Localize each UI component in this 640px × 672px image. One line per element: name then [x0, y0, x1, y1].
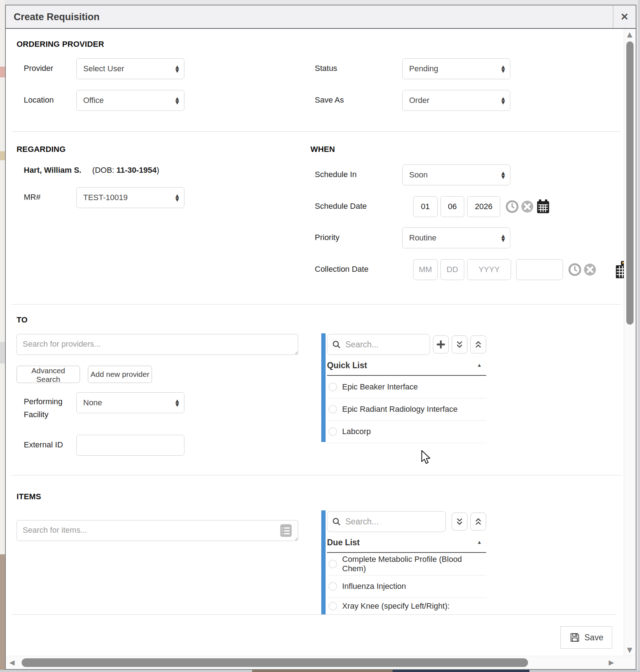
- horizontal-scrollbar-thumb[interactable]: [22, 658, 528, 667]
- performing-facility-select[interactable]: None ▲▼: [76, 392, 184, 413]
- radio-icon[interactable]: [328, 427, 337, 436]
- provider-search-textarea[interactable]: [17, 334, 298, 355]
- section-heading-to: TO: [17, 315, 28, 325]
- quick-list-item-label: Epic Beaker Interface: [342, 382, 418, 392]
- location-label: Location: [24, 95, 54, 105]
- page-background-left: [0, 0, 5, 672]
- search-icon: [332, 340, 341, 349]
- external-id-input[interactable]: [76, 435, 184, 456]
- scroll-down-icon[interactable]: ▼: [627, 646, 632, 654]
- schedule-date-label: Schedule Date: [315, 202, 367, 211]
- schedule-time-clock-icon[interactable]: [506, 200, 519, 213]
- priority-select-value: Routine: [409, 233, 501, 243]
- quick-list-title: Quick List: [327, 361, 367, 370]
- search-icon: [332, 517, 341, 526]
- status-select[interactable]: Pending ▲▼: [402, 58, 510, 79]
- quick-list-accent-bar: [321, 333, 326, 442]
- collection-time-input[interactable]: [516, 259, 563, 280]
- radio-icon[interactable]: [328, 405, 337, 414]
- select-arrows-icon: ▲▼: [501, 234, 505, 242]
- page-background-right: [638, 0, 640, 672]
- dob-suffix: ): [157, 166, 159, 175]
- dialog-title: Create Requisition: [14, 12, 100, 23]
- save-as-select[interactable]: Order ▲▼: [402, 90, 510, 111]
- vertical-scrollbar-thumb[interactable]: [626, 41, 634, 325]
- save-button[interactable]: Save: [560, 626, 612, 649]
- collection-month-input[interactable]: [413, 259, 438, 280]
- add-new-provider-button[interactable]: Add new provider: [88, 366, 152, 383]
- schedule-month-input[interactable]: [413, 196, 438, 217]
- section-divider: [12, 475, 621, 475]
- save-as-label: Save As: [315, 95, 344, 105]
- collapse-caret-icon[interactable]: ▲: [477, 362, 482, 368]
- double-chevron-down-icon: [455, 340, 464, 349]
- radio-icon[interactable]: [328, 560, 337, 568]
- provider-select[interactable]: Select User ▲▼: [76, 58, 184, 79]
- schedule-day-input[interactable]: [440, 196, 464, 217]
- item-list-picker-icon[interactable]: [278, 523, 294, 538]
- due-list-item-label: Xray Knee (specify Left/Right):: [342, 601, 449, 611]
- section-heading-when: WHEN: [310, 145, 335, 154]
- item-search-textarea[interactable]: [17, 520, 298, 541]
- bg-fragment: [0, 342, 5, 364]
- performing-facility-label: Performing Facility: [24, 395, 71, 421]
- section-heading-items: ITEMS: [17, 492, 41, 501]
- patient-name: Hart, William S.: [24, 166, 81, 175]
- scroll-up-icon[interactable]: ▲: [627, 30, 632, 38]
- due-list-search-input[interactable]: [345, 517, 441, 527]
- due-list-item[interactable]: Influenza Injection: [327, 575, 486, 598]
- save-button-label: Save: [585, 633, 603, 642]
- quick-list-item[interactable]: Labcorp: [327, 420, 486, 443]
- mr-select[interactable]: TEST-10019 ▲▼: [76, 187, 184, 208]
- location-select[interactable]: Office ▲▼: [76, 90, 184, 111]
- performing-facility-select-value: None: [83, 398, 175, 407]
- radio-icon[interactable]: [328, 602, 337, 610]
- quick-list-collapse-button[interactable]: [470, 335, 486, 353]
- advanced-search-button[interactable]: Advanced Search: [17, 366, 80, 383]
- collection-year-input[interactable]: [467, 259, 511, 280]
- quick-list-item[interactable]: Epic Beaker Interface: [327, 376, 486, 398]
- schedule-year-input[interactable]: [467, 196, 500, 217]
- quick-list-item[interactable]: Epic Radiant Radiology Interface: [327, 398, 486, 421]
- mouse-cursor: [419, 450, 431, 466]
- location-select-value: Office: [83, 96, 175, 105]
- status-label: Status: [315, 64, 337, 73]
- scroll-right-icon[interactable]: ▶: [609, 658, 614, 666]
- page-background-bottom: [252, 670, 393, 672]
- collection-day-input[interactable]: [440, 259, 464, 280]
- collection-date-clear-icon[interactable]: [583, 263, 596, 276]
- bg-fragment: [0, 151, 5, 160]
- double-chevron-up-icon: [474, 517, 483, 526]
- due-list-search[interactable]: [327, 511, 446, 532]
- close-icon: ✕: [621, 12, 629, 22]
- page-background-bottom: [0, 670, 252, 672]
- due-list-collapse-button[interactable]: [470, 513, 486, 531]
- provider-select-value: Select User: [83, 64, 175, 73]
- schedule-date-calendar-icon[interactable]: [536, 199, 550, 215]
- select-arrows-icon: ▲▼: [501, 65, 505, 73]
- select-arrows-icon: ▲▼: [175, 399, 179, 407]
- collapse-caret-icon[interactable]: ▲: [477, 539, 482, 545]
- section-divider: [12, 131, 621, 132]
- page-background-bottom: [529, 670, 640, 672]
- priority-select[interactable]: Routine ▲▼: [402, 227, 510, 248]
- quick-list-expand-button[interactable]: [452, 335, 467, 353]
- schedule-date-clear-icon[interactable]: [521, 200, 534, 213]
- due-list-item[interactable]: Complete Metabolic Profile (Blood Chem): [327, 553, 486, 576]
- add-to-quick-list-button[interactable]: [433, 335, 449, 353]
- radio-icon[interactable]: [328, 582, 337, 591]
- collection-time-clock-icon[interactable]: [568, 263, 581, 276]
- horizontal-scrollbar[interactable]: ◀ ▶: [6, 656, 636, 669]
- quick-list-search-input[interactable]: [345, 339, 425, 350]
- select-arrows-icon: ▲▼: [175, 65, 179, 73]
- schedule-in-select[interactable]: Soon ▲▼: [402, 164, 510, 185]
- scroll-left-icon[interactable]: ◀: [9, 658, 15, 666]
- quick-list-search[interactable]: [327, 334, 430, 355]
- close-button[interactable]: ✕: [613, 5, 636, 28]
- due-list-accent-bar: [321, 510, 326, 614]
- due-list-expand-button[interactable]: [452, 513, 467, 531]
- radio-icon[interactable]: [328, 383, 337, 391]
- due-list-item[interactable]: Xray Knee (specify Left/Right):: [327, 597, 486, 614]
- section-divider: [12, 304, 621, 305]
- vertical-scrollbar[interactable]: ▲ ▼: [624, 29, 636, 656]
